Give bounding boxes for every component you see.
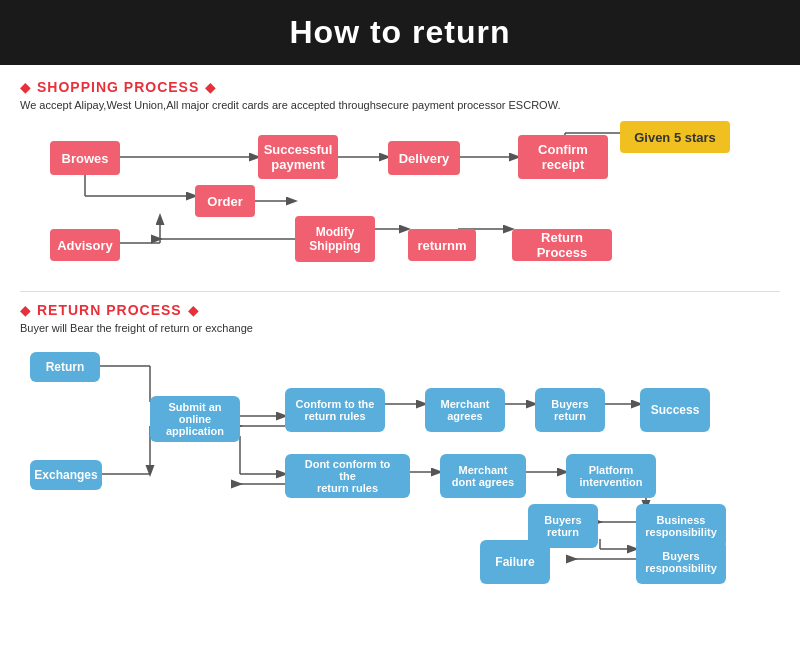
dont-conform-box: Dont conform to the return rules (285, 454, 410, 498)
confirm-receipt-box: Confirm receipt (518, 135, 608, 179)
return-flow: Return Submit an online application Exch… (20, 344, 780, 564)
delivery-box: Delivery (388, 141, 460, 175)
exchanges-box: Exchanges (30, 460, 102, 490)
browes-box: Browes (50, 141, 120, 175)
diamond-icon-right-2: ◆ (188, 302, 199, 318)
success-box: Success (640, 388, 710, 432)
successful-payment-box: Successful payment (258, 135, 338, 179)
returnm-box: returnm (408, 229, 476, 261)
buyers-responsibility-box: Buyers responsibility (636, 540, 726, 584)
shopping-title-text: SHOPPING PROCESS (37, 79, 199, 95)
return-title-text: RETURN PROCESS (37, 302, 182, 318)
modify-shipping-box: Modify Shipping (295, 216, 375, 262)
order-box: Order (195, 185, 255, 217)
return-btn-box: Return (30, 352, 100, 382)
return-section: ◆ RETURN PROCESS ◆ Buyer will Bear the f… (20, 302, 780, 564)
divider (20, 291, 780, 292)
shopping-desc: We accept Alipay,West Union,All major cr… (20, 99, 780, 111)
merchant-agrees-box: Merchant agrees (425, 388, 505, 432)
shopping-flow: Given 5 stars Browes Successful payment … (20, 121, 780, 281)
return-desc: Buyer will Bear the freight of return or… (20, 322, 780, 334)
shopping-section-title: ◆ SHOPPING PROCESS ◆ (20, 79, 780, 95)
buyers-return1-box: Buyers return (535, 388, 605, 432)
header: How to return (0, 0, 800, 65)
diamond-icon-left: ◆ (20, 79, 31, 95)
return-section-title: ◆ RETURN PROCESS ◆ (20, 302, 780, 318)
merchant-dont-box: Merchant dont agrees (440, 454, 526, 498)
conform-rules-box: Conform to the return rules (285, 388, 385, 432)
advisory-box: Advisory (50, 229, 120, 261)
return-process-box: Return Process (512, 229, 612, 261)
diamond-icon-right: ◆ (205, 79, 216, 95)
submit-online-box: Submit an online application (150, 396, 240, 442)
platform-intervention-box: Platform intervention (566, 454, 656, 498)
given-5-stars-box: Given 5 stars (620, 121, 730, 153)
failure-box: Failure (480, 540, 550, 584)
diamond-icon-left-2: ◆ (20, 302, 31, 318)
header-title: How to return (290, 14, 511, 50)
